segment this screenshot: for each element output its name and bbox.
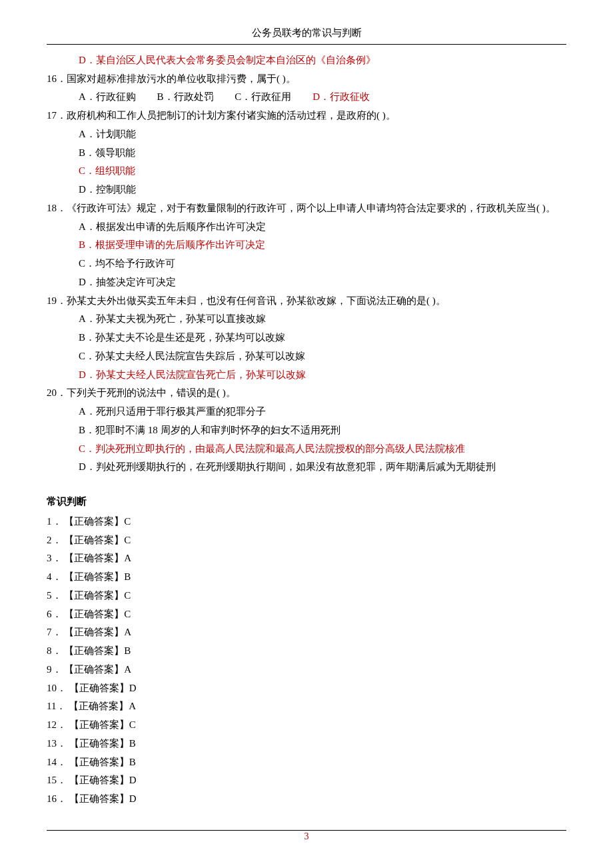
answer-line-16: 16． 【正确答案】D <box>47 790 566 809</box>
q19-stem: 19．孙某丈夫外出做买卖五年未归，也没有任何音讯，孙某欲改嫁，下面说法正确的是(… <box>47 292 566 311</box>
q19-option-d: D．孙某丈夫经人民法院宣告死亡后，孙某可以改嫁 <box>47 366 566 385</box>
answer-line-9: 9． 【正确答案】A <box>47 661 566 679</box>
question-text: 孙某丈夫外出做买卖五年未归，也没有任何音讯，孙某欲改嫁，下面说法正确的是( )。 <box>67 295 446 306</box>
q16-options: A．行政征购 B．行政处罚 C．行政征用 D．行政征收 <box>47 88 566 107</box>
question-text: 《行政许可法》规定，对于有数量限制的行政许可，两个以上申请人申请均符合法定要求的… <box>67 203 556 213</box>
answers-list: 1． 【正确答案】C2． 【正确答案】C3． 【正确答案】A4． 【正确答案】B… <box>47 513 566 809</box>
q16-option-c: C．行政征用 <box>235 88 291 107</box>
option-text: 某自治区人民代表大会常务委员会制定本自治区的《自治条例》 <box>96 55 376 65</box>
answer-line-5: 5． 【正确答案】C <box>47 587 566 605</box>
q17-option-d: D．控制职能 <box>47 181 566 199</box>
question-number: 19． <box>47 295 67 306</box>
q19-option-c: C．孙某丈夫经人民法院宣告失踪后，孙某可以改嫁 <box>47 347 566 366</box>
q17-option-a: A．计划职能 <box>47 125 566 144</box>
q17-stem: 17．政府机构和工作人员把制订的计划方案付诸实施的活动过程，是政府的( )。 <box>47 107 566 125</box>
q18-option-c: C．均不给予行政许可 <box>47 255 566 273</box>
answer-line-6: 6． 【正确答案】C <box>47 605 566 624</box>
question-text: 下列关于死刑的说法中，错误的是( )。 <box>67 387 236 398</box>
q18-stem: 18．《行政许可法》规定，对于有数量限制的行政许可，两个以上申请人申请均符合法定… <box>47 199 566 218</box>
answer-line-3: 3． 【正确答案】A <box>47 549 566 568</box>
question-number: 18． <box>47 203 67 213</box>
answer-line-10: 10． 【正确答案】D <box>47 679 566 698</box>
page-number: 3 <box>0 828 613 845</box>
question-number: 16． <box>47 73 67 84</box>
answer-line-12: 12． 【正确答案】C <box>47 716 566 735</box>
header-divider <box>47 44 566 45</box>
q17-option-c: C．组织职能 <box>47 162 566 181</box>
q15-option-d: D．某自治区人民代表大会常务委员会制定本自治区的《自治条例》 <box>47 51 566 70</box>
answer-line-13: 13． 【正确答案】B <box>47 735 566 753</box>
answer-line-11: 11． 【正确答案】A <box>47 697 566 716</box>
question-number: 20． <box>47 387 67 398</box>
page-header-title: 公务员联考的常识与判断 <box>47 24 566 43</box>
answer-line-1: 1． 【正确答案】C <box>47 513 566 531</box>
answer-line-8: 8． 【正确答案】B <box>47 642 566 661</box>
q19-option-a: A．孙某丈夫视为死亡，孙某可以直接改嫁 <box>47 310 566 329</box>
q16-option-b: B．行政处罚 <box>157 88 214 107</box>
question-text: 政府机构和工作人员把制订的计划方案付诸实施的活动过程，是政府的( )。 <box>67 110 396 121</box>
q20-option-c: C．判决死刑立即执行的，由最高人民法院和最高人民法院授权的部分高级人民法院核准 <box>47 440 566 459</box>
q18-option-b: B．根据受理申请的先后顺序作出许可决定 <box>47 236 566 255</box>
q20-stem: 20．下列关于死刑的说法中，错误的是( )。 <box>47 384 566 403</box>
option-label: D． <box>79 55 96 65</box>
q19-option-b: B．孙某丈夫不论是生还是死，孙某均可以改嫁 <box>47 329 566 347</box>
q20-option-d: D．判处死刑缓期执行的，在死刑缓期执行期间，如果没有故意犯罪，两年期满后减为无期… <box>47 458 566 477</box>
answers-heading: 常识判断 <box>47 493 566 511</box>
q18-option-a: A．根据发出申请的先后顺序作出许可决定 <box>47 218 566 237</box>
answer-line-2: 2． 【正确答案】C <box>47 531 566 550</box>
question-number: 17． <box>47 110 67 121</box>
q17-option-b: B．领导职能 <box>47 144 566 163</box>
answer-line-15: 15． 【正确答案】D <box>47 771 566 790</box>
q16-stem: 16．国家对超标准排放污水的单位收取排污费，属于( )。 <box>47 70 566 89</box>
q20-option-b: B．犯罪时不满 18 周岁的人和审判时怀孕的妇女不适用死刑 <box>47 421 566 440</box>
answer-line-4: 4． 【正确答案】B <box>47 568 566 587</box>
q16-option-d: D．行政征收 <box>312 88 370 107</box>
answer-line-14: 14． 【正确答案】B <box>47 753 566 772</box>
question-text: 国家对超标准排放污水的单位收取排污费，属于( )。 <box>67 73 296 84</box>
answer-line-7: 7． 【正确答案】A <box>47 623 566 642</box>
q20-option-a: A．死刑只适用于罪行极其严重的犯罪分子 <box>47 403 566 421</box>
q16-option-a: A．行政征购 <box>79 88 136 107</box>
q18-option-d: D．抽签决定许可决定 <box>47 273 566 292</box>
